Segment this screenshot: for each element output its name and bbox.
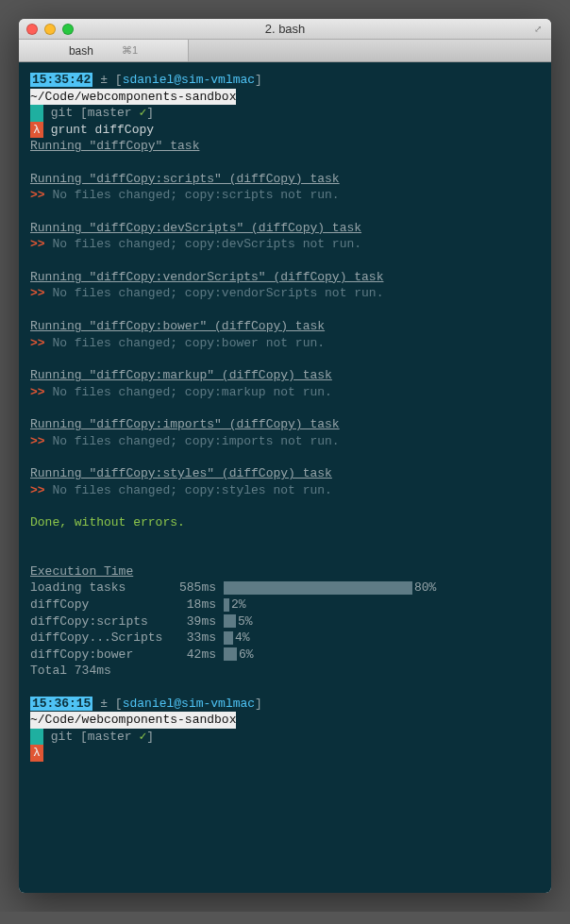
- prompt-line: 15:35:42 ± [sdaniel@sim-vmlmac]: [30, 72, 540, 89]
- exec-row: loading tasks585ms80%: [30, 580, 540, 596]
- close-icon[interactable]: [26, 24, 38, 35]
- exec-bar: [224, 598, 229, 612]
- exec-label: diffCopy...Scripts: [30, 630, 172, 647]
- titlebar[interactable]: 2. bash ⤢: [19, 19, 551, 40]
- exec-header: Execution Time: [30, 563, 540, 580]
- task-run-line: Running "diffCopy:scripts" (diffCopy) ta…: [30, 171, 540, 188]
- exec-pct: 80%: [414, 580, 436, 596]
- task-msg-line: >> No files changed; copy:vendorScripts …: [30, 285, 540, 302]
- task-run-line: Running "diffCopy:bower" (diffCopy) task: [30, 318, 540, 335]
- command-line: λ grunt diffCopy: [30, 122, 540, 139]
- cwd-line: ~/Code/webcomponents-sandbox: [30, 89, 540, 106]
- exec-bar: [224, 647, 237, 661]
- git-line: git [master ✓]: [30, 729, 540, 746]
- minimize-icon[interactable]: [44, 24, 56, 35]
- task-msg-line: >> No files changed; copy:markup not run…: [30, 384, 540, 401]
- exec-time: 18ms: [172, 596, 224, 613]
- lambda-icon: λ: [30, 745, 43, 762]
- exec-bar: [224, 614, 236, 628]
- user-host: sdaniel@sim-vmlmac: [123, 697, 255, 711]
- task-msg-line: >> No files changed; copy:bower not run.: [30, 335, 540, 352]
- window-title: 2. bash: [19, 22, 551, 36]
- exec-pct: 6%: [239, 647, 254, 664]
- exec-time: 585ms: [172, 580, 224, 596]
- exec-bar: [224, 631, 233, 645]
- task-run-line: Running "diffCopy:vendorScripts" (diffCo…: [30, 269, 540, 286]
- task-msg-line: >> No files changed; copy:scripts not ru…: [30, 187, 540, 204]
- tab-bar: bash ⌘1: [19, 40, 551, 62]
- task-run-line: Running "diffCopy:styles" (diffCopy) tas…: [30, 465, 540, 482]
- maximize-icon[interactable]: ⤢: [534, 24, 545, 35]
- exec-pct: 5%: [238, 613, 253, 630]
- tab-shortcut: ⌘1: [122, 44, 138, 57]
- user-host: sdaniel@sim-vmlmac: [123, 73, 255, 87]
- task-msg-line: >> No files changed; copy:devScripts not…: [30, 236, 540, 253]
- exec-bar: [224, 581, 412, 595]
- exec-pct: 2%: [231, 596, 246, 613]
- exec-pct: 4%: [235, 630, 250, 647]
- exec-time: 39ms: [172, 613, 224, 630]
- exec-row: diffCopy18ms2%: [30, 596, 540, 613]
- timestamp: 15:36:15: [30, 697, 92, 711]
- lambda-icon: λ: [30, 122, 43, 139]
- terminal-window: 2. bash ⤢ bash ⌘1 15:35:42 ± [sdaniel@si…: [19, 19, 551, 893]
- task-run-line: Running "diffCopy:imports" (diffCopy) ta…: [30, 416, 540, 433]
- tab-bash[interactable]: bash ⌘1: [19, 40, 189, 61]
- output-line: Running "diffCopy" task: [30, 138, 540, 155]
- window-controls: [26, 24, 74, 35]
- exec-row: diffCopy...Scripts33ms4%: [30, 630, 540, 647]
- timestamp: 15:35:42: [30, 73, 92, 87]
- task-run-line: Running "diffCopy:devScripts" (diffCopy)…: [30, 220, 540, 237]
- exec-label: loading tasks: [30, 580, 172, 596]
- command-line: λ: [30, 745, 540, 762]
- zoom-icon[interactable]: [62, 24, 74, 35]
- cwd-line: ~/Code/webcomponents-sandbox: [30, 712, 540, 729]
- task-msg-line: >> No files changed; copy:imports not ru…: [30, 433, 540, 450]
- exec-label: diffCopy:bower: [30, 647, 172, 664]
- exec-total: Total 734ms: [30, 663, 540, 680]
- exec-label: diffCopy: [30, 596, 172, 613]
- tab-label: bash: [69, 44, 93, 58]
- prompt-line: 15:36:15 ± [sdaniel@sim-vmlmac]: [30, 696, 540, 713]
- exec-time: 33ms: [172, 630, 224, 647]
- terminal-content[interactable]: 15:35:42 ± [sdaniel@sim-vmlmac] ~/Code/w…: [19, 62, 551, 893]
- exec-row: diffCopy:scripts39ms5%: [30, 613, 540, 630]
- exec-row: diffCopy:bower42ms6%: [30, 647, 540, 664]
- done-line: Done, without errors.: [30, 514, 540, 531]
- task-run-line: Running "diffCopy:markup" (diffCopy) tas…: [30, 367, 540, 384]
- exec-label: diffCopy:scripts: [30, 613, 172, 630]
- task-msg-line: >> No files changed; copy:styles not run…: [30, 482, 540, 499]
- exec-time: 42ms: [172, 647, 224, 664]
- git-line: git [master ✓]: [30, 105, 540, 122]
